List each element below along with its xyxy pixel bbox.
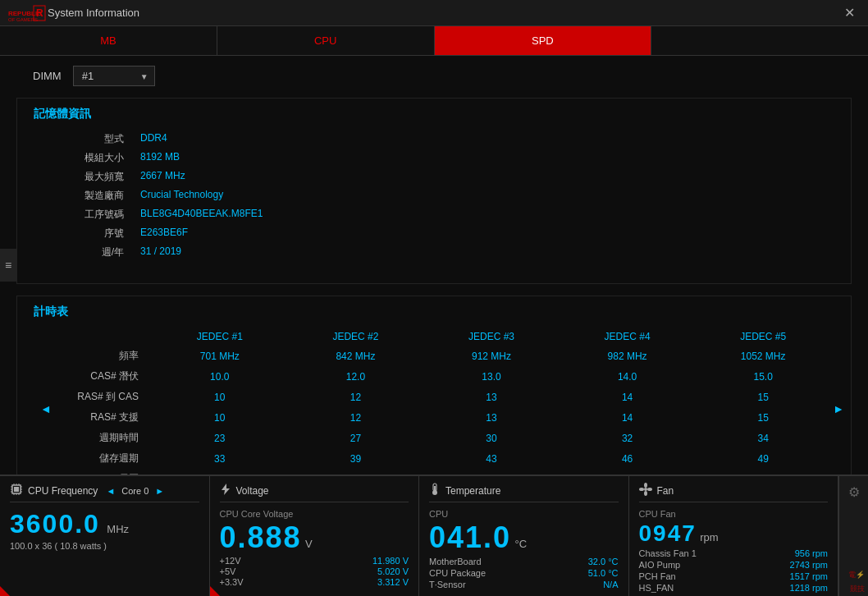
cpu-freq-title: CPU Frequency: [28, 485, 98, 497]
settings-gear-icon[interactable]: ⚙: [848, 484, 860, 500]
red-triangle-left: [0, 586, 10, 596]
fan-header: Fan: [639, 483, 829, 502]
memory-section: 記憶體資訊 型式 DDR4 模組大小 8192 MB 最大頻寬 2667 MHz…: [16, 98, 852, 284]
timing-row-voltage: 電壓 1.2V 1.2V 1.2V 1.2V 1.2V: [53, 469, 831, 475]
titlebar: REPUBLIC OF GAMERS R System Information …: [0, 0, 868, 26]
cpu-fan-value: 0947: [639, 520, 697, 546]
cpu-temp-value: 041.0: [429, 520, 511, 554]
timing-row-cycle: 週期時間 23 27 30 32 34: [53, 428, 831, 448]
dimm-select[interactable]: #1 #2 #3 #4: [73, 66, 155, 86]
corner-branding: 電⚡ 競技: [845, 568, 868, 596]
temperature-panel: Temperature CPU 041.0 °C MotherBoard 32.…: [419, 476, 629, 596]
jedec3-header: JEDEC #3: [423, 328, 560, 346]
cpu-freq-header: CPU Frequency ◄ Core 0 ►: [10, 483, 199, 502]
svg-point-25: [647, 488, 652, 491]
cpu-volt-value-row: 0.888 V: [220, 520, 409, 555]
cpu-freq-value-row: 3600.0 MHz: [10, 509, 199, 539]
cpu-temp-value-row: 041.0 °C: [429, 520, 619, 555]
jedec2-header: JEDEC #2: [288, 328, 424, 346]
temp-row-mb: MotherBoard 32.0 °C: [429, 557, 619, 566]
info-key-seqno: 序號: [34, 227, 140, 241]
svg-point-26: [644, 491, 647, 496]
tab-spacer: [651, 26, 868, 55]
temp-row-pkg: CPU Package 51.0 °C: [429, 568, 619, 578]
cpu-icon: [10, 483, 23, 498]
info-row-mfg: 製造廠商 Crucial Technology: [34, 186, 867, 205]
svg-point-27: [639, 488, 644, 491]
info-key-size: 模組大小: [34, 151, 140, 165]
info-key-mfg: 製造廠商: [34, 189, 140, 203]
fan-panel: Fan CPU Fan 0947 rpm Chassis Fan 1 956 r…: [629, 476, 839, 596]
cpu-volt-label: CPU Core Voltage: [220, 506, 409, 520]
fan-row-aio: AIO Pump 2743 rpm: [639, 560, 829, 570]
sidebar-toggle[interactable]: ≡: [0, 249, 16, 282]
timing-table-wrapper: ◄ JEDEC #1 JEDEC #2 JEDEC #3 JEDEC #4 JE…: [34, 328, 851, 475]
settings-panel: ⚙ 電⚡ 競技: [838, 476, 868, 596]
cpu-freq-unit: MHz: [107, 523, 129, 535]
info-row-seqno: 序號 E263BE6F: [34, 224, 867, 243]
jedec5-header: JEDEC #5: [695, 328, 831, 346]
info-key-week: 週/年: [34, 245, 140, 259]
tab-cpu[interactable]: CPU: [217, 26, 435, 55]
rog-logo: REPUBLIC OF GAMERS R: [7, 4, 48, 22]
timing-table: JEDEC #1 JEDEC #2 JEDEC #3 JEDEC #4 JEDE…: [53, 328, 831, 475]
jedec1-header: JEDEC #1: [152, 328, 288, 346]
info-row-size: 模組大小 8192 MB: [34, 149, 867, 167]
svg-rect-6: [14, 487, 19, 492]
dimm-label: DIMM: [33, 70, 62, 82]
memory-info-table: 型式 DDR4 模組大小 8192 MB 最大頻寬 2667 MHz 製造廠商 …: [34, 130, 867, 262]
info-val-serial: BLE8G4D40BEEAK.M8FE1: [140, 208, 263, 222]
timing-nav-left[interactable]: ◄: [34, 402, 58, 415]
jedec4-header: JEDEC #4: [560, 328, 696, 346]
info-val-size: 8192 MB: [140, 151, 180, 165]
cpu-volt-value: 0.888: [220, 520, 302, 554]
cpu-fan-unit: rpm: [700, 531, 718, 543]
bolt-icon: [220, 483, 231, 498]
close-button[interactable]: ✕: [838, 3, 861, 22]
volt-row-12v: +12V 11.980 V: [220, 556, 409, 566]
fan-title: Fan: [657, 485, 674, 497]
volt-row-33v: +3.3V 3.312 V: [220, 577, 409, 587]
info-row-serial: 工序號碼 BLE8G4D40BEEAK.M8FE1: [34, 205, 867, 224]
cpu-temp-unit: °C: [515, 538, 528, 550]
temp-title: Temperature: [445, 485, 500, 497]
info-key-type: 型式: [34, 132, 140, 146]
tab-spd[interactable]: SPD: [435, 26, 652, 55]
cpu-volt-unit: V: [305, 538, 313, 550]
svg-point-23: [644, 488, 647, 491]
core-nav-left[interactable]: ◄: [103, 486, 118, 496]
info-val-mfg: Crucial Technology: [140, 189, 223, 203]
cpu-core-nav: ◄ Core 0 ►: [103, 486, 167, 496]
dimm-selector-row: DIMM #1 #2 #3 #4: [33, 66, 852, 86]
svg-rect-22: [434, 486, 436, 492]
core-label: Core 0: [118, 486, 152, 496]
volt-row-5v: +5V 5.020 V: [220, 566, 409, 576]
volt-red-triangle: [210, 586, 220, 596]
main-content: ≡ DIMM #1 #2 #3 #4 記憶體資訊 型式 DDR4 模組大小 81…: [0, 56, 868, 475]
cpu-temp-label: CPU: [429, 506, 619, 520]
info-key-bandwidth: 最大頻寬: [34, 170, 140, 184]
dimm-select-wrapper[interactable]: #1 #2 #3 #4: [73, 66, 155, 86]
cpu-freq-value: 3600.0: [10, 509, 100, 539]
statusbar: CPU Frequency ◄ Core 0 ► 3600.0 MHz 100.…: [0, 475, 868, 596]
info-val-bandwidth: 2667 MHz: [140, 170, 185, 184]
info-row-bandwidth: 最大頻寬 2667 MHz: [34, 167, 867, 186]
voltage-title: Voltage: [236, 485, 269, 497]
tabbar: MB CPU SPD: [0, 26, 868, 56]
info-row-week: 週/年 31 / 2019: [34, 243, 867, 262]
fan-row-pch: PCH Fan 1517 rpm: [639, 571, 829, 581]
timing-row-freq: 頻率 701 MHz 842 MHz 912 MHz 982 MHz 1052 …: [53, 346, 831, 366]
tab-mb[interactable]: MB: [0, 26, 217, 55]
core-nav-right[interactable]: ►: [152, 486, 167, 496]
timing-row-storage: 儲存週期 33 39 43 46 49: [53, 448, 831, 469]
svg-text:R: R: [36, 7, 43, 19]
memory-section-title: 記憶體資訊: [34, 107, 851, 121]
voltage-panel: Voltage CPU Core Voltage 0.888 V +12V 11…: [210, 476, 420, 596]
window-title: System Information: [48, 7, 838, 19]
timing-row-cas-latency: CAS# 潛伏 10.0 12.0 13.0 14.0 15.0: [53, 366, 831, 387]
timing-nav-right[interactable]: ►: [826, 402, 851, 415]
temp-header: Temperature: [429, 483, 619, 502]
thermometer-icon: [429, 483, 441, 498]
fan-icon: [639, 483, 652, 498]
temp-row-tsensor: T·Sensor N/A: [429, 580, 619, 589]
